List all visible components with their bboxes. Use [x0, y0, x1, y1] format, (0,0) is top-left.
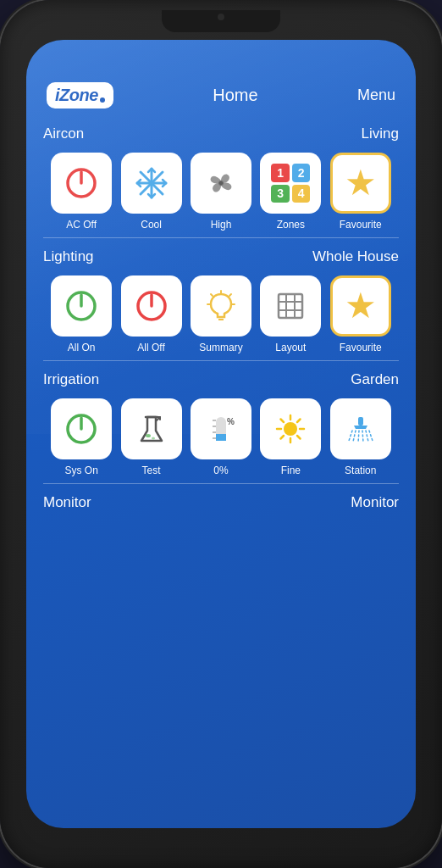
living-label: Living [362, 125, 399, 142]
station-button[interactable] [330, 398, 391, 459]
lighting-favourite-item: ★ Favourite [327, 275, 395, 353]
cool-button[interactable] [121, 153, 182, 214]
svg-point-45 [284, 422, 297, 436]
lighting-icon-row: All On All Off [43, 275, 399, 353]
cool-item: Cool [118, 153, 185, 231]
irrigation-label: Irrigation [43, 371, 99, 388]
high-item: High [187, 153, 255, 231]
monitor-section: Monitor Monitor [26, 487, 416, 515]
test-label: Test [142, 465, 161, 476]
app-header: iZone Home Menu [26, 40, 416, 119]
summary-label: Summary [199, 342, 242, 353]
grid-icon [273, 289, 307, 323]
star-icon: ★ [345, 165, 377, 201]
layout-item: Layout [257, 275, 324, 353]
flask-icon [135, 412, 169, 446]
layout-button[interactable] [260, 275, 321, 337]
page-title: Home [213, 86, 257, 105]
monitor-right-label: Monitor [351, 494, 399, 511]
aircon-favourite-item: ★ Favourite [327, 153, 395, 231]
svg-line-57 [358, 431, 359, 442]
logo-text: iZone [55, 86, 98, 105]
whole-house-label: Whole House [312, 248, 399, 265]
bulb-icon [204, 289, 238, 323]
all-on-button[interactable] [51, 275, 112, 337]
garden-label: Garden [351, 371, 399, 388]
divider-3 [43, 483, 399, 484]
all-off-button[interactable] [121, 275, 182, 337]
station-label: Station [345, 465, 376, 476]
high-label: High [211, 219, 232, 231]
aircon-favourite-button[interactable]: ★ [330, 153, 391, 214]
zone-4: 4 [292, 185, 311, 203]
power-red-icon-2 [135, 289, 169, 323]
irrigation-section: Irrigation Garden Sys On [26, 364, 416, 480]
zones-label: Zones [277, 219, 305, 231]
aircon-section: Aircon Living AC Off [26, 119, 416, 234]
svg-line-53 [281, 436, 285, 439]
divider-1 [43, 237, 399, 238]
svg-line-51 [297, 436, 301, 439]
star-icon-2: ★ [345, 288, 377, 324]
sys-on-item: Sys On [47, 398, 115, 476]
zero-percent-label: 0% [213, 465, 228, 476]
test-item: Test [118, 398, 185, 476]
all-off-label: All Off [137, 342, 164, 353]
lighting-section-header: Lighting Whole House [43, 248, 399, 265]
svg-line-23 [229, 294, 231, 296]
svg-point-35 [152, 437, 155, 440]
svg-point-34 [146, 434, 151, 437]
fan-icon [203, 165, 239, 201]
fine-item: Fine [257, 398, 324, 476]
moisture-icon: % [204, 412, 238, 446]
logo[interactable]: iZone [47, 82, 113, 108]
monitor-left-label: Monitor [43, 494, 91, 511]
snowflake-icon [134, 165, 169, 201]
svg-line-50 [281, 420, 285, 423]
power-green-icon-2 [64, 412, 98, 446]
svg-line-56 [353, 431, 356, 442]
svg-line-55 [349, 431, 352, 441]
svg-rect-54 [358, 417, 363, 426]
lighting-section: Lighting Whole House All On [26, 242, 416, 357]
svg-line-22 [211, 294, 213, 296]
zone-2: 2 [292, 164, 311, 182]
aircon-section-header: Aircon Living [43, 125, 399, 142]
aircon-label: Aircon [43, 125, 84, 142]
sun-icon [273, 412, 307, 446]
high-button[interactable] [191, 153, 251, 214]
zones-button[interactable]: 1 2 3 4 [260, 153, 321, 214]
zone-3: 3 [271, 185, 290, 203]
sys-on-button[interactable] [51, 398, 112, 459]
lighting-label: Lighting [43, 248, 94, 265]
svg-text:%: % [227, 417, 235, 426]
divider-2 [43, 360, 399, 361]
fine-label: Fine [281, 465, 301, 476]
station-icon [344, 412, 378, 446]
summary-button[interactable] [191, 275, 251, 337]
zone-1: 1 [271, 164, 290, 182]
zones-item: 1 2 3 4 Zones [257, 153, 324, 231]
all-off-item: All Off [118, 275, 185, 353]
sys-on-label: Sys On [65, 465, 98, 476]
svg-line-59 [366, 431, 368, 442]
menu-button[interactable]: Menu [357, 86, 395, 104]
aircon-favourite-label: Favourite [340, 219, 382, 231]
test-button[interactable] [121, 398, 182, 459]
screen: iZone Home Menu Aircon Living [26, 40, 416, 828]
cool-label: Cool [141, 219, 162, 231]
zero-percent-button[interactable]: % [191, 398, 251, 459]
station-item: Station [327, 398, 395, 476]
ac-off-button[interactable] [51, 153, 112, 214]
all-on-label: All On [68, 342, 96, 353]
lighting-favourite-button[interactable]: ★ [330, 275, 391, 337]
svg-rect-39 [216, 434, 226, 441]
zones-grid: 1 2 3 4 [271, 164, 310, 203]
logo-dot [100, 97, 105, 103]
ac-off-item: AC Off [47, 153, 115, 231]
fine-button[interactable] [260, 398, 321, 459]
summary-item: Summary [187, 275, 255, 353]
svg-line-58 [362, 431, 363, 442]
all-on-item: All On [47, 275, 115, 353]
power-red-icon [64, 166, 98, 200]
